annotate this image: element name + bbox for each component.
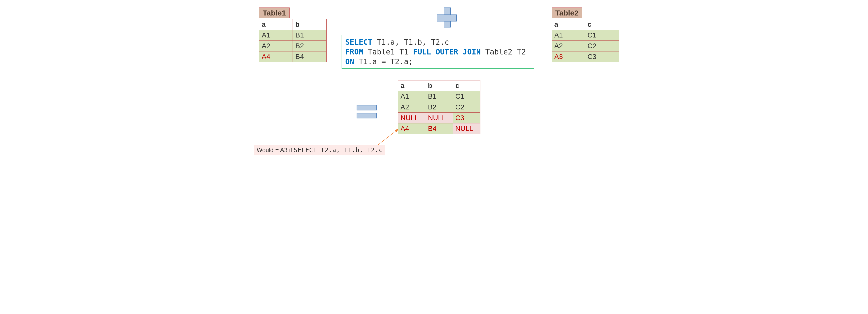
table1-col-a: a xyxy=(259,19,293,30)
table-row: NULL NULL C3 xyxy=(398,113,480,124)
equals-icon xyxy=(356,105,377,121)
table1: a b A1 B1 A2 B2 A4 B4 xyxy=(259,19,327,62)
table1-title: Table1 xyxy=(259,7,290,18)
table-row: A2 B2 C2 xyxy=(398,102,480,113)
sql-query-box: SELECT T1.a, T1.b, T2.c FROM Table1 T1 F… xyxy=(342,35,534,69)
table2-col-c: c xyxy=(585,19,619,30)
plus-icon xyxy=(437,7,457,28)
table-row: A4 B4 xyxy=(259,51,327,62)
result-col-a: a xyxy=(398,80,425,91)
result-col-c: c xyxy=(453,80,480,91)
table-row: A2 C2 xyxy=(552,41,619,51)
table-row: A1 B1 xyxy=(259,30,327,41)
table2-col-a: a xyxy=(552,19,585,30)
sql-kw-full-outer-join: FULL OUTER JOIN xyxy=(413,47,480,56)
result-table: a b c A1 B1 C1 A2 B2 C2 NULL NULL C3 A4 … xyxy=(398,80,480,134)
table-row: A1 C1 xyxy=(552,30,619,41)
sql-kw-from: FROM xyxy=(345,47,363,56)
table-row: A4 B4 NULL xyxy=(398,124,480,134)
sql-kw-select: SELECT xyxy=(345,38,372,46)
callout-note: Would = A3 if SELECT T2.a, T1.b, T2.c xyxy=(254,145,385,155)
table1-col-b: b xyxy=(293,19,327,30)
sql-kw-on: ON xyxy=(345,57,354,66)
table-row: A1 B1 C1 xyxy=(398,91,480,102)
result-col-b: b xyxy=(425,80,453,91)
table-row: A3 C3 xyxy=(552,51,619,62)
table2-title: Table2 xyxy=(552,7,582,18)
table-row: A2 B2 xyxy=(259,41,327,51)
table2: a c A1 C1 A2 C2 A3 C3 xyxy=(552,19,619,62)
